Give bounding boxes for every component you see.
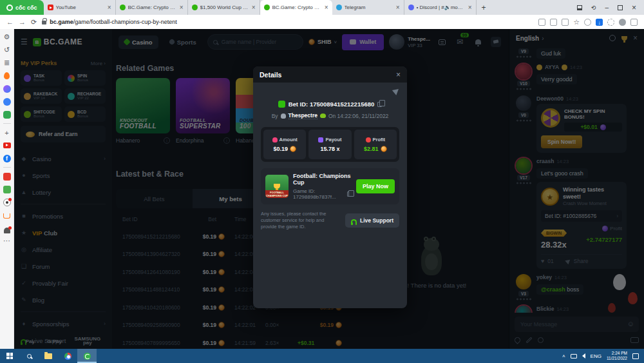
taskbar-search-button[interactable]: [19, 349, 39, 363]
browser-tab-discord[interactable]: • Discord | #🔉mod-announc ×: [404, 0, 477, 15]
trophy-icon: [274, 184, 280, 189]
coccoc-icon: [84, 353, 91, 360]
browser-brand: cốc cốc: [15, 5, 37, 11]
search-icon: [27, 354, 32, 358]
share-bet-icon[interactable]: [392, 86, 401, 95]
close-tab-icon[interactable]: ×: [325, 4, 328, 11]
copy-icon[interactable]: [377, 102, 382, 107]
copy-icon[interactable]: [347, 191, 352, 197]
shib-coin-icon: [381, 146, 387, 152]
cart-shortcut-icon[interactable]: [3, 213, 10, 219]
verified-shield-icon: [278, 101, 285, 108]
translate-icon[interactable]: [550, 19, 557, 26]
shib-coin-icon: [290, 146, 296, 152]
stat-profit: Profit $2.81: [354, 130, 397, 159]
close-window-icon[interactable]: ×: [632, 3, 636, 12]
games-icon[interactable]: [3, 111, 11, 119]
hidden-icons-chevron[interactable]: ˄: [562, 353, 565, 359]
game-title: Football: Champions Cup: [293, 173, 352, 186]
play-now-button[interactable]: Play Now: [356, 179, 395, 193]
coccoc-menu-button[interactable]: cốc cốc: [0, 0, 44, 15]
player-name-link[interactable]: Thespectre: [289, 112, 317, 119]
frog-badge-icon: [320, 113, 326, 118]
notifications-bell-icon[interactable]: [4, 228, 10, 233]
file-explorer-icon: [44, 353, 52, 359]
start-button[interactable]: [0, 349, 19, 363]
language-indicator[interactable]: ENG: [591, 353, 601, 359]
reading-mode-icon[interactable]: [577, 5, 582, 10]
taskbar-clock[interactable]: 2:24 PM 11/21/2022: [607, 351, 627, 361]
bet-datetime: On 14:22:06, 21/11/2022: [328, 113, 388, 119]
action-center-icon[interactable]: [632, 353, 639, 359]
youtube-shortcut-icon[interactable]: [3, 142, 11, 148]
reload-icon[interactable]: ⟳: [31, 18, 37, 26]
close-tab-icon[interactable]: ×: [180, 4, 184, 11]
download-active-icon[interactable]: ↓: [596, 19, 603, 26]
volume-icon[interactable]: [582, 353, 585, 358]
add-shortcut-icon[interactable]: +: [3, 128, 11, 137]
headset-icon: [351, 219, 357, 223]
browser-tab-bar: cốc cốc YouTube × BC.Game: Crypto Casino…: [0, 0, 644, 15]
browser-tab-bcgame-active[interactable]: BC.Game: Crypto Casino Gar ×: [260, 0, 332, 15]
profile-icon[interactable]: [619, 19, 626, 26]
adblock-shield-icon[interactable]: [584, 19, 591, 26]
extension-icon[interactable]: [607, 19, 614, 26]
close-tab-icon[interactable]: ×: [468, 4, 472, 11]
more-options-icon[interactable]: ⋯: [3, 237, 11, 245]
taskbar-chrome-button[interactable]: [58, 349, 77, 363]
promo-shortcut-icon[interactable]: [3, 173, 11, 181]
url-field[interactable]: bc.game/game/football-champions-cup-by-n…: [42, 19, 533, 25]
taskbar-coccoc-button[interactable]: [77, 349, 97, 363]
reading-list-icon[interactable]: ≣: [3, 59, 11, 67]
minimize-window-icon[interactable]: –: [605, 4, 609, 11]
stat-payout: Payout 15.78 x: [308, 130, 351, 159]
back-icon[interactable]: ←: [6, 18, 14, 26]
maximize-window-icon[interactable]: [618, 5, 623, 10]
modal-title: Details: [260, 71, 281, 79]
downloads-tray-icon[interactable]: [630, 19, 638, 26]
bcgame-page: ☰ B BC.GAME My VIP Perks More › TASKBonu…: [14, 29, 644, 349]
bookmark-star-icon[interactable]: ☆: [573, 19, 580, 26]
discord-favicon-icon: [408, 5, 414, 10]
browser-tab-worldcup-slot[interactable]: $1,500 World Cup Slot Chall ×: [188, 0, 260, 15]
history-icon[interactable]: ↺: [3, 46, 11, 54]
live-support-button[interactable]: Live Support: [345, 213, 399, 228]
messenger-icon[interactable]: [3, 85, 11, 93]
coccoc-logo-icon: [6, 5, 13, 11]
payout-wallet-icon: [318, 137, 323, 142]
save-to-collection-icon[interactable]: [538, 19, 545, 26]
windows-logo-icon: [6, 353, 13, 359]
bcgame-favicon-icon: [264, 5, 270, 10]
network-icon[interactable]: [571, 354, 577, 358]
settings-icon[interactable]: ⚙: [3, 33, 11, 41]
share-page-icon[interactable]: [562, 19, 569, 26]
browser-tab-youtube[interactable]: YouTube ×: [44, 0, 116, 15]
chrome-icon: [64, 353, 71, 360]
close-tab-icon[interactable]: ×: [108, 4, 111, 11]
chat-app-icon[interactable]: [3, 98, 11, 106]
taskbar-explorer-button[interactable]: [39, 349, 58, 363]
amount-piggy-icon: [272, 137, 278, 142]
hot-news-icon[interactable]: [4, 72, 10, 79]
tab-restore-icon[interactable]: ⟲: [591, 5, 596, 11]
close-tab-icon[interactable]: ×: [252, 4, 256, 11]
close-modal-icon[interactable]: ×: [396, 70, 401, 79]
shop-shortcut-icon[interactable]: [3, 186, 11, 193]
support-note: Any issues, please contact the customer …: [261, 211, 340, 230]
youtube-favicon-icon: [48, 5, 53, 10]
browser-tab-bcgame-1[interactable]: BC.Game: Crypto Casino Gar ×: [116, 0, 188, 15]
bet-details-modal: Details × Bet ID: 1750089415212215680 By…: [253, 66, 407, 308]
facebook-shortcut-icon[interactable]: f: [3, 155, 11, 162]
browser-address-bar: ← → ⟳ bc.game/game/football-champions-cu…: [0, 15, 644, 29]
windows-taskbar: ˄ ENG 2:24 PM 11/21/2022: [0, 349, 644, 363]
secure-lock-icon: [42, 21, 46, 25]
new-tab-button[interactable]: +: [482, 3, 486, 12]
game-info-card: FOOTBALLCHAMPIONS CUP Football: Champion…: [261, 168, 399, 204]
sports-news-shortcut-icon[interactable]: [3, 199, 11, 206]
forward-icon[interactable]: →: [19, 18, 26, 26]
profit-icon: [366, 137, 371, 142]
browser-tab-telegram[interactable]: Telegram ×: [332, 0, 404, 15]
telegram-favicon-icon: [336, 5, 342, 10]
close-tab-icon[interactable]: ×: [396, 4, 400, 11]
game-thumbnail: FOOTBALLCHAMPIONS CUP: [265, 175, 289, 198]
